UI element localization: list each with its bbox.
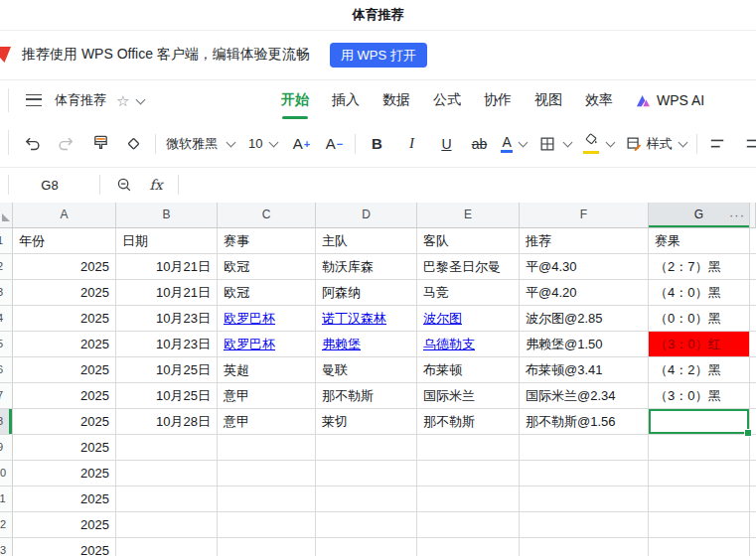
- tab-efficiency[interactable]: 效率: [585, 91, 613, 109]
- cell-A2[interactable]: 2025: [13, 254, 116, 280]
- cell-B10[interactable]: [116, 461, 218, 486]
- format-painter-button[interactable]: [90, 131, 110, 157]
- align-center-button[interactable]: [743, 131, 756, 157]
- cell-B11[interactable]: [116, 486, 218, 512]
- cell-C7[interactable]: 意甲: [218, 383, 316, 409]
- row-header-5[interactable]: 5: [0, 332, 13, 357]
- cell-name-box[interactable]: G8: [0, 178, 99, 193]
- cell-B13[interactable]: [116, 538, 218, 556]
- cell-E13[interactable]: [417, 538, 520, 556]
- cell-C11[interactable]: [218, 486, 316, 512]
- cell-B12[interactable]: [116, 512, 218, 538]
- cell-C6[interactable]: 英超: [218, 357, 316, 383]
- cell-F11[interactable]: [520, 486, 649, 512]
- cell-G8-selected[interactable]: [649, 409, 750, 435]
- tab-collaborate[interactable]: 协作: [484, 91, 512, 109]
- row-header-2[interactable]: 2: [0, 254, 13, 280]
- cell-B8[interactable]: 10月28日: [116, 409, 218, 435]
- tab-data[interactable]: 数据: [382, 91, 410, 109]
- increase-font-button[interactable]: A+: [291, 131, 311, 157]
- cell-A6[interactable]: 2025: [13, 357, 116, 383]
- column-header-G[interactable]: G···: [649, 203, 750, 228]
- insert-function-button[interactable]: fx: [146, 172, 166, 198]
- row-header-6[interactable]: 6: [0, 357, 13, 383]
- align-left-button[interactable]: [707, 131, 727, 157]
- undo-button[interactable]: [22, 131, 42, 157]
- hyperlink[interactable]: 波尔图: [423, 311, 462, 326]
- cell-F8[interactable]: 那不勒斯@1.56: [520, 409, 649, 435]
- cell-F2[interactable]: 平@4.30: [520, 254, 649, 280]
- cell-D9[interactable]: [316, 435, 417, 461]
- cell-F12[interactable]: [520, 512, 649, 538]
- tab-wps-ai[interactable]: WPS AI: [636, 92, 704, 108]
- cell-E3[interactable]: 马竞: [417, 280, 520, 306]
- cell-A10[interactable]: 2025: [13, 461, 116, 486]
- cell-A13[interactable]: 2025: [13, 538, 116, 556]
- decrease-font-button[interactable]: A−: [324, 131, 344, 157]
- cell-A11[interactable]: 2025: [13, 486, 116, 512]
- cell-F7[interactable]: 国际米兰@2.34: [520, 383, 649, 409]
- row-header-7[interactable]: 7: [0, 383, 13, 409]
- cell-B1[interactable]: 日期: [116, 228, 218, 254]
- column-header-A[interactable]: A: [13, 203, 116, 228]
- cell-E5[interactable]: 乌德勒支: [417, 332, 520, 357]
- strikethrough-button[interactable]: ab: [469, 131, 489, 157]
- cell-F13[interactable]: [520, 538, 649, 556]
- row-header-3[interactable]: 3: [0, 280, 13, 306]
- borders-button[interactable]: [538, 131, 571, 157]
- cell-C13[interactable]: [218, 538, 316, 556]
- cell-B5[interactable]: 10月23日: [116, 332, 218, 357]
- cell-D11[interactable]: [316, 486, 417, 512]
- cell-G3[interactable]: （4：0）黑: [649, 280, 750, 306]
- cell-E8[interactable]: 那不勒斯: [417, 409, 520, 435]
- cell-F1[interactable]: 推荐: [520, 228, 649, 254]
- cell-G5[interactable]: （3：0）红: [649, 332, 750, 357]
- cell-E9[interactable]: [417, 435, 520, 461]
- redo-button[interactable]: [56, 131, 76, 157]
- cell-D5[interactable]: 弗赖堡: [316, 332, 417, 357]
- eraser-button[interactable]: [123, 131, 143, 157]
- cell-D12[interactable]: [316, 512, 417, 538]
- cell-C4[interactable]: 欧罗巴杯: [218, 306, 316, 332]
- cell-A4[interactable]: 2025: [13, 306, 116, 332]
- cell-G1[interactable]: 赛果: [649, 228, 750, 254]
- cell-B9[interactable]: [116, 435, 218, 461]
- cell-G7[interactable]: （3：0）黑: [649, 383, 750, 409]
- cell-A5[interactable]: 2025: [13, 332, 116, 357]
- more-columns-button[interactable]: ···: [729, 203, 745, 227]
- row-header-12[interactable]: 12: [0, 512, 13, 538]
- cell-C1[interactable]: 赛事: [218, 228, 316, 254]
- hyperlink[interactable]: 弗赖堡: [322, 337, 361, 351]
- cell-C3[interactable]: 欧冠: [218, 280, 316, 306]
- font-name-select[interactable]: 微软雅黑: [166, 131, 234, 157]
- cell-D10[interactable]: [316, 461, 417, 486]
- tab-home[interactable]: 开始: [281, 91, 309, 109]
- row-header-11[interactable]: 11: [0, 486, 13, 512]
- cell-B3[interactable]: 10月21日: [116, 280, 218, 306]
- cell-B4[interactable]: 10月23日: [116, 306, 218, 332]
- cell-G11[interactable]: [649, 486, 750, 512]
- cell-G2[interactable]: （2：7）黑: [649, 254, 750, 280]
- row-header-9[interactable]: 9: [0, 435, 13, 461]
- column-header-D[interactable]: D: [316, 203, 417, 228]
- font-color-button[interactable]: A: [502, 131, 526, 157]
- column-header-E[interactable]: E: [417, 203, 520, 228]
- hamburger-menu-icon[interactable]: [26, 94, 42, 106]
- cell-C8[interactable]: 意甲: [218, 409, 316, 435]
- cell-D2[interactable]: 勒沃库森: [316, 254, 417, 280]
- hyperlink[interactable]: 欧罗巴杯: [224, 311, 275, 326]
- cell-B2[interactable]: 10月21日: [116, 254, 218, 280]
- cell-F6[interactable]: 布莱顿@3.41: [520, 357, 649, 383]
- cell-D8[interactable]: 莱切: [316, 409, 417, 435]
- hyperlink[interactable]: 诺丁汉森林: [322, 311, 386, 326]
- bold-button[interactable]: B: [367, 131, 386, 157]
- cell-D13[interactable]: [316, 538, 417, 556]
- cell-F9[interactable]: [520, 435, 649, 461]
- cell-C9[interactable]: [218, 435, 316, 461]
- cell-D6[interactable]: 曼联: [316, 357, 417, 383]
- title-chevron-down-icon[interactable]: [136, 94, 146, 104]
- cell-C2[interactable]: 欧冠: [218, 254, 316, 280]
- open-in-wps-button[interactable]: 用 WPS 打开: [330, 43, 427, 68]
- column-header-F[interactable]: F: [520, 203, 649, 228]
- row-header-1[interactable]: 1: [0, 228, 13, 254]
